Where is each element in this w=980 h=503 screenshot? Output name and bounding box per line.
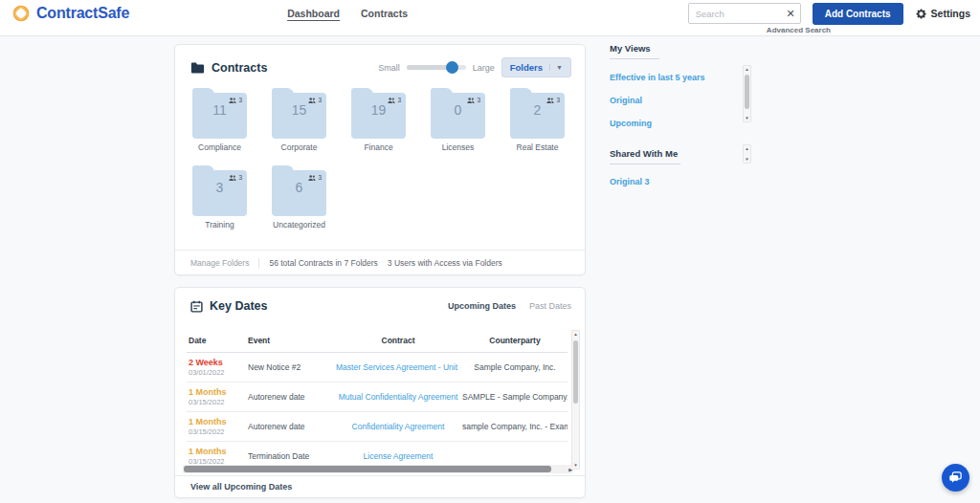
gear-icon: [915, 8, 927, 20]
folder-users-text: 3 Users with Access via Folders: [388, 258, 502, 268]
folder-name: Real Estate: [510, 142, 565, 152]
total-contracts-text: 56 total Contracts in 7 Folders: [269, 258, 377, 268]
folder-name: Licenses: [431, 142, 485, 152]
key-dates-card: Key Dates Upcoming Dates Past Dates Date…: [174, 287, 586, 498]
size-large-label: Large: [473, 63, 495, 73]
slider-handle[interactable]: [446, 61, 458, 74]
contracts-card-footer: Manage Folders 56 total Contracts in 7 F…: [175, 250, 585, 274]
folder-tile-finance[interactable]: 3 19 Finance: [351, 87, 406, 152]
table-vertical-scrollbar[interactable]: ▲ ▼: [571, 330, 580, 470]
col-header-date: Date: [187, 330, 246, 353]
contract-link[interactable]: License Agreement: [364, 451, 434, 461]
scrollbar-thumb[interactable]: [184, 466, 551, 472]
manage-folders-link[interactable]: Manage Folders: [190, 258, 249, 268]
advanced-search-link[interactable]: Advanced Search: [767, 26, 831, 34]
contract-link[interactable]: Confidentiality Agreement: [352, 422, 445, 431]
nav-dashboard[interactable]: Dashboard: [287, 8, 340, 19]
views-sidebar: My Views Effective in last 5 years Origi…: [610, 43, 753, 186]
scroll-right-arrow[interactable]: ▶: [568, 466, 572, 473]
folder-count: 3: [192, 180, 247, 195]
view-link-original[interactable]: Original: [610, 96, 753, 105]
due-badge: 1 Months: [189, 447, 246, 456]
due-badge: 2 Weeks: [189, 358, 246, 367]
col-header-event: Event: [246, 330, 334, 353]
chevron-down-icon: ▼: [549, 64, 563, 71]
folder-name: Finance: [351, 142, 406, 152]
divider: [610, 58, 659, 59]
folder-name: Uncategorized: [272, 220, 326, 230]
due-date: 03/15/2022: [189, 427, 246, 436]
scrollbar-thumb[interactable]: [745, 75, 749, 109]
due-date: 03/15/2022: [189, 398, 246, 406]
due-badge: 1 Months: [189, 387, 246, 397]
folder-grid: 3 11 Compliance 3 15 Corporate 3: [175, 77, 569, 230]
scroll-up-arrow[interactable]: ▲: [572, 331, 579, 338]
add-contracts-button[interactable]: Add Contracts: [813, 3, 903, 25]
col-header-counterparty: Counterparty: [460, 330, 568, 353]
folder-icon: [190, 62, 205, 74]
folder-count: 15: [272, 102, 326, 118]
folder-size-slider[interactable]: [407, 65, 466, 70]
main-nav: Dashboard Contracts: [287, 8, 408, 19]
view-link-original-3[interactable]: Original 3: [610, 177, 753, 186]
scroll-down-arrow[interactable]: ▼: [572, 462, 579, 469]
scroll-up-arrow[interactable]: ▲: [744, 66, 750, 73]
shared-with-me-heading: Shared With Me: [610, 148, 753, 159]
contracts-card-title: Contracts: [212, 61, 267, 75]
scroll-down-arrow[interactable]: ▼: [744, 156, 750, 163]
key-dates-tabs: Upcoming Dates Past Dates: [448, 301, 571, 311]
folder-tile-compliance[interactable]: 3 11 Compliance: [192, 87, 247, 152]
my-views-list: Effective in last 5 years Original Upcom…: [610, 73, 753, 128]
divider: [610, 164, 680, 164]
chat-widget-button[interactable]: [942, 464, 969, 492]
table-horizontal-scrollbar[interactable]: ▶: [183, 465, 573, 473]
search-input[interactable]: [688, 3, 801, 24]
folder-tile-corporate[interactable]: 3 15 Corporate: [272, 87, 326, 152]
folder-tile-real-estate[interactable]: 3 2 Real Estate: [510, 87, 565, 152]
folders-dropdown-label: Folders: [510, 62, 543, 73]
calendar-icon: [190, 300, 203, 313]
size-small-label: Small: [378, 63, 400, 73]
tab-upcoming-dates[interactable]: Upcoming Dates: [448, 301, 516, 311]
scroll-up-arrow[interactable]: ▲: [744, 145, 750, 152]
table-row: 1 Months03/15/2022 Autorenew date Mutual…: [187, 383, 568, 412]
brand-logo[interactable]: ContractSafe: [11, 4, 129, 23]
table-row: 2 Weeks03/01/2022 New Notice #2 Master S…: [187, 353, 568, 383]
view-all-upcoming-dates-link[interactable]: View all Upcoming Dates: [190, 482, 292, 492]
view-link-upcoming[interactable]: Upcoming: [610, 119, 753, 128]
scroll-down-arrow[interactable]: ▼: [744, 115, 750, 121]
brand-name: ContractSafe: [36, 5, 129, 22]
search-clear-icon[interactable]: ✕: [786, 7, 794, 20]
my-views-heading: My Views: [610, 43, 753, 54]
folder-count: 6: [272, 180, 326, 195]
key-dates-table: Date Event Contract Counterparty 2 Weeks…: [187, 330, 568, 470]
slider-fill: [407, 65, 450, 70]
view-link-effective-last-5-years[interactable]: Effective in last 5 years: [610, 73, 753, 82]
event-cell: Autorenew date: [246, 412, 334, 442]
table-row: 1 Months03/15/2022 Autorenew date Confid…: [187, 412, 568, 442]
settings-button[interactable]: Settings: [915, 8, 970, 20]
key-dates-title: Key Dates: [210, 299, 267, 313]
folder-name: Corporate: [272, 142, 326, 152]
contract-link[interactable]: Mutual Confidentiality Agreement: [339, 392, 458, 402]
contractsafe-logo-icon: [11, 4, 31, 23]
contract-link[interactable]: Master Services Agreement - Unit #1: [336, 362, 460, 372]
folder-tile-licenses[interactable]: 3 0 Licenses: [431, 87, 485, 152]
chat-bubbles-icon: [948, 470, 963, 485]
tab-past-dates[interactable]: Past Dates: [529, 301, 571, 311]
contracts-card: Contracts Small Large Folders ▼ 3 11: [174, 44, 586, 275]
nav-contracts[interactable]: Contracts: [361, 8, 408, 19]
my-views-scrollbar[interactable]: ▲ ▼: [743, 65, 751, 122]
folders-dropdown-button[interactable]: Folders ▼: [501, 57, 571, 77]
folder-count: 0: [431, 102, 485, 118]
scrollbar-thumb[interactable]: [573, 340, 578, 404]
folder-count: 2: [510, 102, 565, 118]
event-cell: Autorenew date: [246, 383, 334, 412]
search-box: ✕: [688, 3, 801, 24]
top-navigation-bar: ContractSafe Dashboard Contracts ✕ Add C…: [0, 0, 980, 36]
folder-name: Training: [192, 220, 247, 230]
shared-views-scrollbar[interactable]: ▲ ▼: [743, 144, 751, 164]
folder-tile-uncategorized[interactable]: 3 6 Uncategorized: [272, 164, 326, 230]
counterparty-cell: SAMPLE - Sample Company, Inc.: [460, 383, 568, 412]
folder-tile-training[interactable]: 3 3 Training: [192, 164, 247, 230]
